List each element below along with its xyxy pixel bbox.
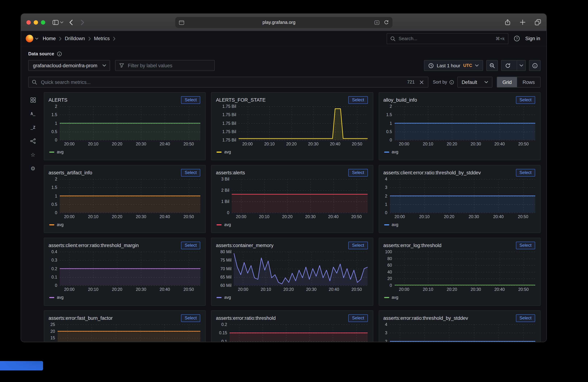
info-icon[interactable] <box>449 80 454 84</box>
clock-icon <box>428 63 434 68</box>
view-rows-option[interactable]: Rows <box>517 77 540 87</box>
legend[interactable]: avg <box>216 221 368 228</box>
grafana-logo[interactable] <box>26 35 38 42</box>
x-tick-label: 20:50 <box>352 142 362 146</box>
legend[interactable]: avg <box>48 294 200 301</box>
breadcrumb-item[interactable]: Drilldown <box>65 36 85 41</box>
clear-search-icon[interactable] <box>420 80 424 84</box>
forward-button[interactable] <box>81 19 84 25</box>
legend[interactable]: avg <box>383 294 535 301</box>
view-toggle: Grid Rows <box>497 77 541 88</box>
select-button[interactable]: Select <box>516 314 535 322</box>
select-button[interactable]: Select <box>349 241 368 249</box>
select-button[interactable]: Select <box>349 96 368 104</box>
metric-chart[interactable]: 2520151050 <box>48 325 200 342</box>
chevron-down-icon[interactable] <box>60 21 63 23</box>
reload-icon[interactable] <box>384 20 389 25</box>
quick-search[interactable]: 721 <box>28 77 428 88</box>
minimize-button[interactable] <box>34 20 38 24</box>
y-tick-label: 60 <box>387 263 392 267</box>
breadcrumb-item[interactable]: Metrics <box>94 36 110 41</box>
sidebar-toggle-icon[interactable] <box>52 19 59 25</box>
x-tick-label: 20:10 <box>261 287 271 292</box>
translate-icon[interactable]: A <box>374 20 379 25</box>
share-icon[interactable] <box>505 19 510 25</box>
metric-panel: asserts:client:error:ratio:threshold_mar… <box>44 238 206 306</box>
x-tick-label: 20:00 <box>236 214 246 219</box>
search-input[interactable] <box>386 33 508 44</box>
label-filter-input[interactable] <box>115 60 215 71</box>
x-tick-label: 20:40 <box>493 214 504 219</box>
metric-chart[interactable]: 43210 <box>383 179 535 213</box>
series-area <box>232 194 368 213</box>
metric-chart[interactable]: 1.75 Bil1.75 Bil1.75 Bil1.75 Bil1.75 Bil <box>216 106 368 140</box>
x-tick-label: 20:30 <box>308 142 319 146</box>
time-range-label: Last 1 hour <box>437 63 460 68</box>
series-svg <box>58 325 200 342</box>
zoom-out-button[interactable] <box>486 60 498 71</box>
metric-chart[interactable]: 0.40.30.20.10 <box>48 252 200 286</box>
sign-in-link[interactable]: Sign in <box>525 36 540 41</box>
quick-search-input[interactable] <box>28 77 428 88</box>
settings-gear-icon[interactable]: ⚙ <box>31 166 36 172</box>
sort-select[interactable]: Default <box>457 77 492 88</box>
tabs-overview-icon[interactable] <box>535 19 541 25</box>
legend-swatch <box>384 297 389 298</box>
sort-az-icon[interactable]: A_ <box>31 111 36 116</box>
close-button[interactable] <box>26 20 31 24</box>
select-button[interactable]: Select <box>349 169 368 176</box>
metric-chart[interactable]: 80 Mil75 Mil70 Mil65 Mil60 Mil <box>216 252 368 286</box>
legend[interactable]: avg <box>216 149 368 155</box>
select-button[interactable]: Select <box>349 314 368 322</box>
help-icon[interactable]: ? <box>514 36 520 42</box>
related-metrics-icon[interactable] <box>30 138 36 144</box>
x-tick-label: 20:10 <box>88 142 99 146</box>
view-grid-option[interactable]: Grid <box>497 77 517 87</box>
legend[interactable]: avg <box>383 221 535 228</box>
legend[interactable]: avg <box>383 149 535 155</box>
legend[interactable]: avg <box>48 149 200 155</box>
y-tick-label: 80 <box>387 256 392 261</box>
new-tab-icon[interactable] <box>520 19 525 25</box>
metric-chart[interactable]: 0.20.150.10.050 <box>216 325 368 342</box>
star-icon[interactable]: ☆ <box>31 152 36 158</box>
metric-chart[interactable]: 3 Bil2 Bil1 Bil0 <box>216 179 368 213</box>
address-bar[interactable]: play.grafana.org A <box>175 17 392 28</box>
fullscreen-button[interactable] <box>41 20 45 24</box>
select-button[interactable]: Select <box>181 169 200 176</box>
x-tick-label: 20:00 <box>64 214 75 219</box>
sort-za-icon[interactable]: _Z <box>31 124 36 130</box>
time-range-picker[interactable]: Last 1 hour UTC <box>424 60 483 71</box>
page-settings-icon[interactable] <box>179 20 184 25</box>
label-filter[interactable] <box>115 60 215 71</box>
sort-by-label: Sort by <box>433 79 447 85</box>
select-button[interactable]: Select <box>516 241 535 249</box>
x-tick-label: 20:40 <box>494 287 505 292</box>
select-button[interactable]: Select <box>516 169 535 176</box>
metric-chart[interactable]: 100806040200 <box>383 252 535 286</box>
data-source-select[interactable]: grafanacloud-demoinfra-prom <box>28 60 110 71</box>
x-tick-label: 20:40 <box>328 214 339 219</box>
back-button[interactable] <box>69 19 73 25</box>
info-button[interactable] <box>529 60 541 71</box>
panel-title: ALERTS <box>48 97 67 103</box>
select-button[interactable]: Select <box>516 96 535 104</box>
y-axis: 21.510.50 <box>48 106 60 140</box>
select-button[interactable]: Select <box>181 314 200 322</box>
metric-chart[interactable]: 21.510.50 <box>48 179 200 213</box>
select-button[interactable]: Select <box>181 96 200 104</box>
metric-chart[interactable]: 21.510.50 <box>48 106 200 140</box>
legend[interactable]: avg <box>48 221 200 228</box>
nav-search[interactable]: ⌘+k <box>386 33 508 44</box>
info-icon[interactable] <box>57 51 62 57</box>
x-axis: 20:0020:1020:2020:3020:4020:50 <box>216 213 368 221</box>
plot-area <box>234 252 368 286</box>
grid-layout-icon[interactable] <box>30 97 36 103</box>
refresh-interval-dropdown[interactable] <box>517 60 525 71</box>
metric-chart[interactable]: 43210 <box>383 325 535 342</box>
refresh-icon[interactable] <box>502 60 514 71</box>
legend[interactable]: avg <box>216 294 368 301</box>
breadcrumb-item[interactable]: Home <box>43 36 56 41</box>
metric-chart[interactable]: 21.510.50 <box>383 106 535 140</box>
select-button[interactable]: Select <box>181 241 200 249</box>
